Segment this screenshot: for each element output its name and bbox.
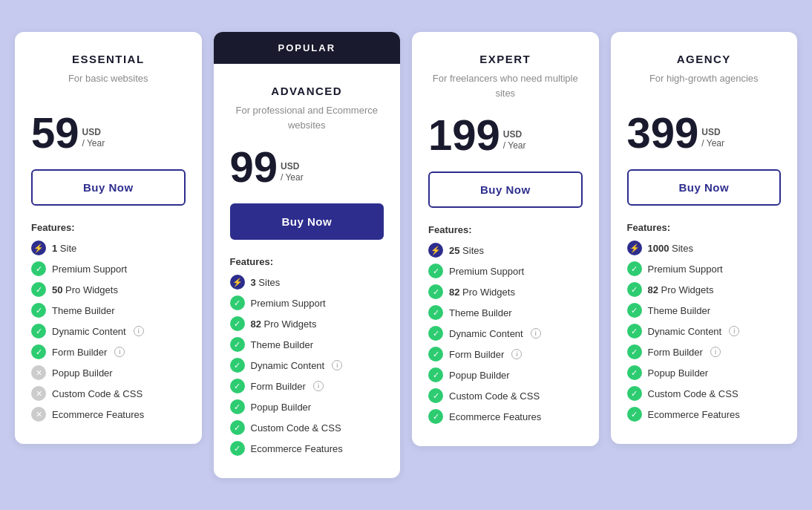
feature-icon-check: ✓	[31, 261, 46, 276]
feature-text: 82 Pro Widgets	[449, 287, 515, 298]
price-row-essential: 59 USD / Year	[31, 111, 186, 154]
price-number-essential: 59	[31, 111, 79, 154]
feature-item: ✓ 82 Pro Widgets	[428, 284, 583, 299]
feature-icon-check: ✓	[428, 347, 443, 362]
feature-item: ✓ Dynamic Contenti	[627, 324, 782, 339]
feature-icon-check: ✓	[230, 399, 245, 414]
feature-text: Popup Builder	[52, 367, 113, 379]
feature-item: ⚡ 3 Sites	[230, 275, 384, 290]
feature-text: Popup Builder	[251, 402, 312, 413]
feature-text: 1 Site	[52, 243, 76, 254]
features-label-advanced: Features:	[230, 256, 384, 267]
feature-icon-check: ✓	[31, 324, 46, 339]
feature-item: ✓ Form Builderi	[31, 344, 186, 359]
feature-item: ✓ Form Builderi	[627, 344, 782, 359]
feature-text: Dynamic Content	[251, 360, 325, 371]
feature-item: ✕ Ecommerce Features	[31, 407, 186, 422]
buy-btn-advanced[interactable]: Buy Now	[230, 203, 384, 240]
buy-btn-expert[interactable]: Buy Now	[428, 171, 583, 208]
feature-item: ✓ Ecommerce Features	[428, 409, 583, 424]
feature-text: Theme Builder	[449, 307, 512, 318]
feature-icon-check: ✓	[230, 337, 245, 352]
feature-item: ✓ 82 Pro Widgets	[230, 316, 384, 331]
features-label-essential: Features:	[31, 222, 186, 233]
feature-icon-check: ✓	[230, 295, 245, 310]
price-currency-advanced: USD	[281, 161, 304, 173]
feature-icon-check: ✓	[627, 344, 642, 359]
feature-item: ✓ Theme Builder	[230, 337, 384, 352]
price-currency-expert: USD	[503, 129, 526, 141]
feature-text: Dynamic Content	[449, 328, 523, 339]
feature-text: Theme Builder	[648, 305, 711, 316]
price-number-agency: 399	[627, 111, 699, 154]
feature-text: 82 Pro Widgets	[648, 284, 714, 295]
plan-desc-essential: For basic websites	[31, 71, 186, 98]
feature-icon-check: ✓	[428, 305, 443, 320]
feature-item: ✕ Popup Builder	[31, 365, 186, 380]
feature-icon-check: ✓	[627, 324, 642, 339]
feature-item: ✓ Popup Builder	[428, 367, 583, 382]
feature-item: ✓ Custom Code & CSS	[627, 386, 782, 401]
feature-icon-bolt: ⚡	[627, 241, 642, 255]
feature-icon-bolt: ⚡	[428, 243, 443, 258]
feature-item: ✓ Popup Builder	[627, 365, 782, 380]
feature-item: ✓ Premium Support	[31, 261, 186, 276]
feature-icon-check: ✓	[627, 282, 642, 297]
buy-btn-agency[interactable]: Buy Now	[627, 169, 782, 206]
buy-btn-essential[interactable]: Buy Now	[31, 169, 186, 206]
feature-text: 1000 Sites	[648, 243, 693, 254]
popular-badge: POPULAR	[214, 32, 401, 64]
feature-item: ⚡ 1000 Sites	[627, 241, 782, 255]
feature-icon-bolt: ⚡	[230, 275, 245, 290]
feature-item: ✓ Ecommerce Features	[627, 407, 782, 422]
feature-item: ✓ Dynamic Contenti	[428, 326, 583, 341]
feature-text: Custom Code & CSS	[648, 388, 739, 399]
feature-item: ✓ 50 Pro Widgets	[31, 282, 186, 297]
feature-item: ✓ Dynamic Contenti	[31, 324, 186, 339]
feature-icon-check: ✓	[627, 407, 642, 422]
feature-text: Dynamic Content	[648, 326, 722, 337]
feature-icon-check: ✓	[428, 284, 443, 299]
feature-text: Custom Code & CSS	[52, 388, 143, 399]
feature-text: Premium Support	[449, 266, 524, 277]
feature-item: ✓ Premium Support	[627, 261, 782, 276]
feature-text: Premium Support	[251, 298, 326, 309]
feature-icon-check: ✓	[230, 420, 245, 435]
info-icon: i	[114, 347, 125, 357]
price-meta-expert: USD / Year	[503, 129, 526, 157]
info-icon: i	[531, 328, 541, 339]
feature-text: Form Builder	[449, 349, 504, 360]
plan-name-expert: EXPERT	[428, 53, 583, 65]
feature-icon-check: ✓	[627, 365, 642, 380]
plan-name-essential: ESSENTIAL	[31, 53, 186, 65]
info-icon: i	[511, 349, 522, 359]
feature-item: ✓ Premium Support	[428, 264, 583, 278]
feature-icon-check: ✓	[31, 303, 46, 318]
feature-item: ✓ Dynamic Contenti	[230, 358, 384, 373]
feature-item: ✓ Form Builderi	[428, 347, 583, 362]
feature-icon-x: ✕	[31, 386, 46, 401]
feature-icon-check: ✓	[627, 386, 642, 401]
feature-item: ✓ Custom Code & CSS	[428, 388, 583, 403]
feature-text: Ecommerce Features	[251, 443, 343, 454]
feature-text: Dynamic Content	[52, 326, 126, 337]
feature-icon-check: ✓	[230, 379, 245, 393]
feature-icon-check: ✓	[428, 264, 443, 278]
feature-icon-check: ✓	[428, 409, 443, 424]
price-meta-essential: USD / Year	[82, 127, 105, 154]
feature-text: 50 Pro Widgets	[52, 284, 118, 295]
price-currency-essential: USD	[82, 127, 105, 139]
price-period-expert: / Year	[503, 140, 526, 152]
feature-item: ✓ Theme Builder	[428, 305, 583, 320]
price-period-essential: / Year	[82, 138, 105, 150]
feature-icon-check: ✓	[428, 326, 443, 341]
info-icon: i	[313, 381, 324, 391]
price-number-advanced: 99	[230, 146, 278, 189]
feature-icon-check: ✓	[627, 261, 642, 276]
feature-icon-check: ✓	[230, 316, 245, 331]
feature-text: 25 Sites	[449, 245, 484, 256]
feature-item: ⚡ 25 Sites	[428, 243, 583, 258]
pricing-container: ESSENTIALFor basic websites 59 USD / Yea…	[15, 32, 797, 478]
price-currency-agency: USD	[701, 127, 724, 139]
feature-icon-check: ✓	[31, 282, 46, 297]
